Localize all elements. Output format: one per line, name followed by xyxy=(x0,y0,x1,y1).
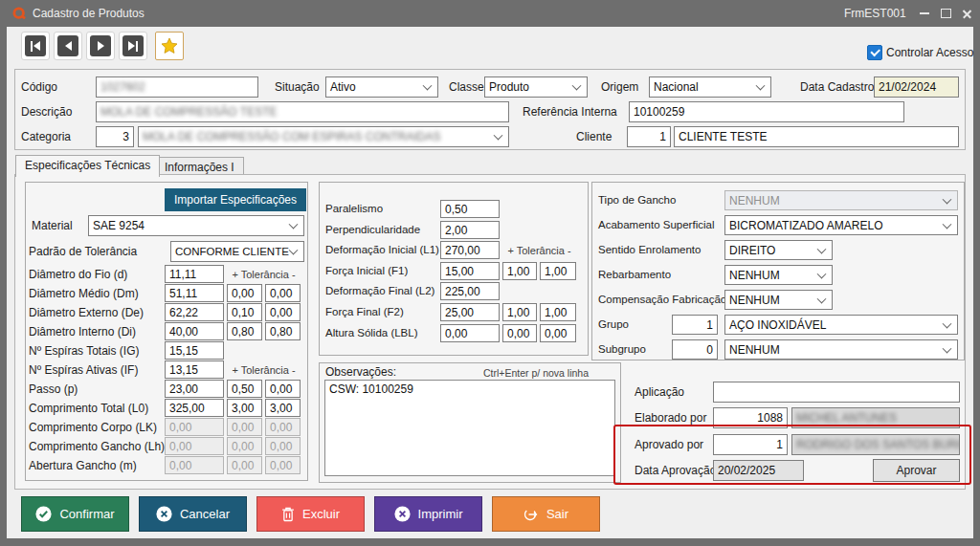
altura-solida-lbl-tol-plus-input[interactable]: 0,00 xyxy=(502,324,537,342)
codigo-label: Código xyxy=(21,80,57,94)
referencia-interna-input[interactable]: 10100259 xyxy=(629,101,904,122)
comprimento-total-l0-tol-plus-input[interactable]: 3,00 xyxy=(227,399,262,417)
deformacao-inicial-l1-label: Deformação Inicial (L1) xyxy=(325,244,439,255)
nav-first-button[interactable] xyxy=(21,32,50,60)
x-circle-icon xyxy=(394,506,411,522)
tab-especificacoes-tecnicas[interactable]: Especificações Técnicas xyxy=(15,155,160,177)
origem-combo[interactable]: Nacional xyxy=(649,76,771,98)
diametro-externo-de-tol-minus-input[interactable]: 0,00 xyxy=(265,303,301,321)
diametro-do-fio-d-input[interactable]: 11,11 xyxy=(165,265,224,283)
altura-solida-lbl-tol-minus-input[interactable]: 0,00 xyxy=(540,324,576,342)
material-combo[interactable]: SAE 9254 xyxy=(88,215,304,236)
last-record-icon xyxy=(122,35,144,56)
tolerance-header: + Tolerância - xyxy=(224,269,303,280)
referencia-interna-label: Referência Interna xyxy=(523,105,617,119)
padrao-tolerancia-combo[interactable]: CONFORME CLIENTE xyxy=(170,241,304,262)
minimize-icon[interactable] xyxy=(917,6,932,21)
diametro-externo-de-input[interactable]: 62,22 xyxy=(165,303,224,321)
maximize-icon[interactable] xyxy=(938,6,953,21)
diametro-externo-de-tol-plus-input[interactable]: 0,10 xyxy=(227,303,262,321)
grupo-combo[interactable]: AÇO INOXIDÁVEL xyxy=(724,315,958,335)
forca-final-f2-tol-plus-input[interactable]: 1,00 xyxy=(502,303,537,321)
comprimento-total-l0-tol-minus-input[interactable]: 3,00 xyxy=(265,399,301,417)
situacao-combo[interactable]: Ativo xyxy=(325,76,438,98)
aprovar-button[interactable]: Aprovar xyxy=(873,459,960,482)
comprimento-gancho-lh-tol-plus-input: 0,00 xyxy=(227,437,262,455)
passo-p-tol-plus-input[interactable]: 0,50 xyxy=(227,380,262,398)
passo-p-tol-minus-input[interactable]: 0,00 xyxy=(265,380,301,398)
deformacao-inicial-l1-input[interactable]: 270,00 xyxy=(440,241,500,259)
diametro-medio-dm-tol-minus-input[interactable]: 0,00 xyxy=(265,284,301,302)
diametro-interno-di-tol-plus-input[interactable]: 0,80 xyxy=(227,322,262,340)
sair-button[interactable]: Sair xyxy=(492,496,600,532)
abertura-gancho-m-tol-minus-input: 0,00 xyxy=(265,456,301,474)
comprimento-total-l0-input[interactable]: 325,00 xyxy=(165,399,224,417)
diametro-interno-di-label: Diâmetro Interno (Di) xyxy=(29,325,136,339)
categoria-combo[interactable]: MOLA DE COMPRESSÃO COM ESPIRAS CONTRAIDA… xyxy=(138,126,509,147)
altura-solida-lbl-input[interactable]: 0,00 xyxy=(440,324,500,342)
diametro-medio-dm-tol-plus-input[interactable]: 0,00 xyxy=(227,284,262,302)
diametro-interno-di-tol-minus-input[interactable]: 0,80 xyxy=(265,322,301,340)
n-espiras-totais-ig-input[interactable]: 15,15 xyxy=(165,341,224,360)
data-cadastro-input: 21/02/2024 xyxy=(874,76,959,98)
excluir-button[interactable]: Excluir xyxy=(256,496,365,532)
cancelar-button-label: Cancelar xyxy=(180,507,230,521)
elaborado-por-number-input[interactable]: 1088 xyxy=(713,407,788,428)
n-espiras-ativas-if-input[interactable]: 13,15 xyxy=(165,360,224,379)
cliente-label: Cliente xyxy=(576,130,612,143)
aprovado-por-number-input[interactable]: 1 xyxy=(713,434,788,455)
data-cadastro-label: Data Cadastro xyxy=(800,80,874,94)
cliente-nome-input[interactable]: CLIENTE TESTE xyxy=(674,126,959,147)
forca-inicial-f1-tol-minus-input[interactable]: 1,00 xyxy=(540,262,576,280)
aprovado-por-nome-input: RODRIGO DOS SANTOS BURIOL xyxy=(791,434,960,455)
aplicacao-input[interactable] xyxy=(713,382,960,403)
cliente-number-input[interactable]: 1 xyxy=(627,126,671,147)
data-aprovacao-label: Data Aprovação xyxy=(635,464,716,477)
observacoes-label: Observações: xyxy=(325,365,396,379)
forca-inicial-f1-input[interactable]: 15,00 xyxy=(440,262,500,280)
diametro-medio-dm-input[interactable]: 51,11 xyxy=(165,284,224,302)
controlar-acesso-checkbox[interactable] xyxy=(867,45,882,60)
tolerance-header: + Tolerância - xyxy=(500,245,579,256)
sentido-enrolamento-combo[interactable]: DIREITO xyxy=(724,240,833,260)
subgrupo-combo[interactable]: NENHUM xyxy=(724,339,958,360)
acabamento-superficial-combo[interactable]: BICROMATIZADO AMARELO xyxy=(724,215,958,235)
sair-button-label: Sair xyxy=(546,507,568,521)
observacoes-textarea[interactable]: CSW: 10100259 xyxy=(324,380,615,476)
nav-last-button[interactable] xyxy=(119,32,147,60)
abertura-gancho-m-label: Abertura Gancho (m) xyxy=(29,459,137,472)
favorite-button[interactable] xyxy=(155,32,184,60)
forca-inicial-f1-tol-plus-input[interactable]: 1,00 xyxy=(502,262,537,280)
paralelismo-input[interactable]: 0,50 xyxy=(440,200,500,218)
window-title: Cadastro de Produtos xyxy=(33,7,145,20)
cancelar-button[interactable]: Cancelar xyxy=(139,496,247,532)
importar-especificacoes-button[interactable]: Importar Especificações xyxy=(165,188,306,211)
confirmar-button[interactable]: Confirmar xyxy=(21,496,129,532)
diametro-interno-di-input[interactable]: 40,00 xyxy=(165,322,224,340)
categoria-number-input[interactable]: 3 xyxy=(96,126,134,147)
imprimir-button[interactable]: Imprimir xyxy=(374,496,482,532)
descricao-input[interactable]: MOLA DE COMPRESSÃO TESTE xyxy=(96,101,509,122)
close-icon[interactable] xyxy=(959,6,974,21)
star-icon xyxy=(160,36,179,55)
classe-combo[interactable]: Produto xyxy=(484,76,588,98)
forca-final-f2-tol-minus-input[interactable]: 1,00 xyxy=(540,303,576,321)
perpendicularidade-input[interactable]: 2,00 xyxy=(440,221,500,239)
previous-record-icon xyxy=(57,35,78,56)
rebarbamento-combo[interactable]: NENHUM xyxy=(724,265,833,285)
altura-solida-lbl-label: Altura Sólida (LBL) xyxy=(325,327,418,339)
passo-p-label: Passo (p) xyxy=(29,382,78,396)
forca-final-f2-input[interactable]: 25,00 xyxy=(440,303,500,321)
deformacao-final-l2-input[interactable]: 225,00 xyxy=(440,282,500,300)
grupo-number-input[interactable]: 1 xyxy=(672,315,718,335)
nav-next-button[interactable] xyxy=(86,32,115,60)
subgrupo-number-input[interactable]: 0 xyxy=(672,339,718,360)
tipo-de-gancho-label: Tipo de Gancho xyxy=(598,194,676,206)
compensacao-fabricacao-combo[interactable]: NENHUM xyxy=(724,290,833,310)
codigo-input[interactable]: 1027602 xyxy=(96,76,258,98)
form-code: FrmEST001 xyxy=(844,7,906,20)
passo-p-input[interactable]: 23,00 xyxy=(165,380,224,398)
data-aprovacao-input: 20/02/2025 xyxy=(713,460,804,481)
elaborado-por-nome-input: MICHEL ANTUNES xyxy=(791,407,960,428)
nav-previous-button[interactable] xyxy=(54,32,82,60)
